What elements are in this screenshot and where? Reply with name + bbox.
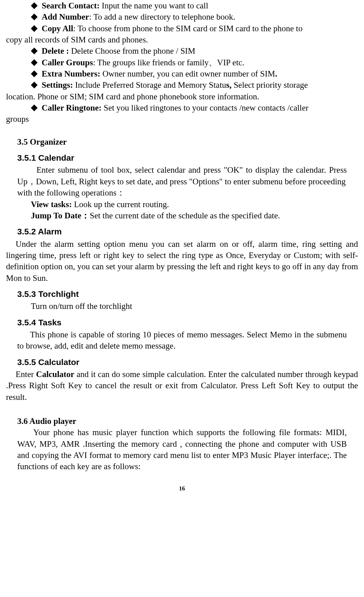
bullet-text2: Select priority storage (231, 80, 308, 90)
bullet-continuation: copy all records of SIM cards and phones… (6, 34, 358, 45)
bullet-text: : To add a new directory to telephone bo… (89, 12, 235, 22)
bullet-continuation: location. Phone or SIM; SIM card and pho… (6, 91, 358, 102)
sub-heading-torchlight: 3.5.3 Torchlight (17, 288, 358, 300)
section-heading-organizer: 3.5 Organizer (17, 136, 358, 147)
bullet-text: Set you liked ringtones to your contacts… (102, 103, 309, 113)
bullet-item: ◆ Caller Groups: The groups like friends… (6, 57, 358, 68)
bullet-item: ◆ Copy All: To choose from phone to the … (6, 23, 358, 34)
bullet-title: Add Number (42, 12, 89, 22)
bullet-title: Delete : (42, 46, 69, 56)
bullet-item: ◆ Caller Ringtone: Set you liked rington… (6, 102, 358, 113)
bullet-text: Include Preferred Storage and Memory Sta… (73, 80, 226, 90)
diamond-icon: ◆ (31, 57, 38, 67)
torch-body: Turn on/turn off the torchlight (31, 301, 358, 312)
diamond-icon: ◆ (31, 102, 38, 113)
bullet-title: Extra Numbers: (42, 69, 100, 79)
view-tasks-label: View tasks: (31, 200, 72, 209)
audio-body: Your phone has music player function whi… (17, 427, 347, 472)
bullet-text: : The groups like friends or family、VIP … (93, 58, 244, 67)
bullet-title: Caller Groups (42, 58, 93, 67)
bullet-item: ◆ Extra Numbers: Owner number, you can e… (6, 68, 358, 79)
bullet-tail: . (275, 69, 277, 79)
bullet-text: Input the name you want to call (100, 1, 208, 10)
tasks-body: This phone is capable of storing 10 piec… (17, 329, 347, 352)
diamond-icon: ◆ (31, 23, 38, 33)
sub-heading-calculator: 3.5.5 Calculator (17, 357, 358, 368)
bullet-title: Copy All (42, 24, 73, 33)
diamond-icon: ◆ (31, 68, 38, 79)
diamond-icon: ◆ (31, 45, 38, 56)
calendar-paragraph: Enter submenu of tool box, select calend… (17, 164, 347, 187)
calc-bold: Calculator (36, 369, 74, 379)
bullet-title: Search Contact: (42, 1, 100, 10)
calculator-body: Enter Calculator and it can do some simp… (6, 369, 358, 403)
diamond-icon: ◆ (31, 11, 38, 22)
bullet-title: Settings: (42, 80, 73, 90)
bullet-item: ◆ Add Number: To add a new directory to … (6, 11, 358, 22)
diamond-icon: ◆ (31, 79, 38, 90)
sub-heading-alarm: 3.5.2 Alarm (17, 226, 358, 237)
bullet-text: Owner number, you can edit owner number … (100, 69, 275, 79)
bullet-item: ◆ Settings: Include Preferred Storage an… (6, 79, 358, 91)
document-page: ◆ Search Contact: Input the name you wan… (0, 0, 364, 500)
calc-pre: Enter (16, 369, 36, 379)
bullet-item: ◆ Delete : Delete Choose from the phone … (6, 45, 358, 56)
bullet-text: Delete Choose from the phone / SIM (69, 46, 195, 56)
section-heading-audio: 3.6 Audio player (17, 415, 358, 427)
jump-text: Set the current date of the schedule as … (90, 211, 280, 220)
bullet-text: : To choose from phone to the SIM card o… (73, 24, 303, 33)
bullet-item: ◆ Search Contact: Input the name you wan… (6, 0, 358, 11)
jump-label: Jump To Date： (31, 211, 90, 220)
sub-heading-tasks: 3.5.4 Tasks (17, 317, 358, 328)
diamond-icon: ◆ (31, 0, 38, 10)
view-tasks-text: Look up the current routing. (72, 200, 169, 209)
bullet-title: Caller Ringtone: (42, 103, 102, 113)
sub-heading-calendar: 3.5.1 Calendar (17, 152, 358, 163)
bullet-mid: s, (226, 80, 231, 90)
page-number: 16 (6, 484, 358, 492)
calendar-jump-to-date: Jump To Date：Set the current date of the… (31, 210, 358, 221)
alarm-body: Under the alarm setting option menu you … (6, 238, 358, 284)
calendar-view-tasks: View tasks: Look up the current routing. (31, 199, 358, 210)
calendar-paragraph-2: with the following operations： (17, 187, 347, 198)
bullet-continuation: groups (6, 113, 358, 125)
